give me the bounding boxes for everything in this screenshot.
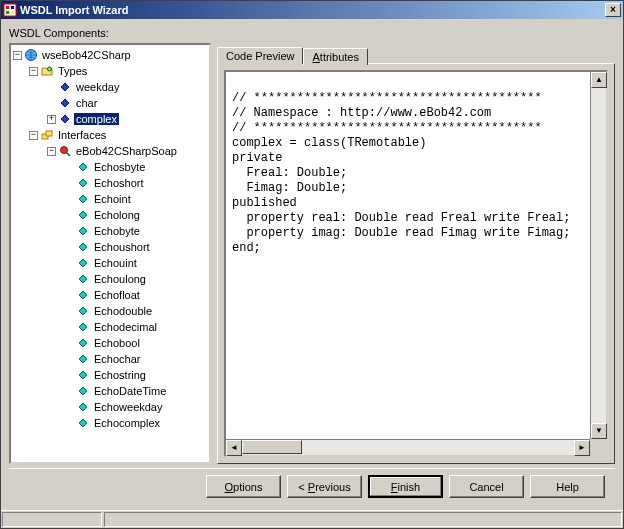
tree-method-Echoweekday[interactable]: Echoweekday xyxy=(11,399,209,415)
tree-label: EchoDateTime xyxy=(92,385,168,397)
diamond-teal-icon xyxy=(77,353,89,365)
tree-type-complex[interactable]: +complex xyxy=(11,111,209,127)
scroll-right-button[interactable]: ► xyxy=(574,440,590,456)
tree-method-Echolong[interactable]: Echolong xyxy=(11,207,209,223)
expand-toggle[interactable]: − xyxy=(29,131,38,140)
diamond-blue-icon xyxy=(59,97,71,109)
right-pane: Code Preview Attributes // *************… xyxy=(217,43,615,464)
cancel-button[interactable]: Cancel xyxy=(449,475,524,498)
tree-method-Echoushort[interactable]: Echoushort xyxy=(11,239,209,255)
button-bar: Options < Previous Finish Cancel Help xyxy=(9,468,615,508)
tree-type-char[interactable]: char xyxy=(11,95,209,111)
tree-label: weekday xyxy=(74,81,121,93)
tree-types[interactable]: −Types xyxy=(11,63,209,79)
expand-toggle[interactable]: − xyxy=(47,147,56,156)
svg-rect-1 xyxy=(6,6,9,9)
code-text[interactable]: // *************************************… xyxy=(226,72,606,455)
tree-label: Echochar xyxy=(92,353,142,365)
tree-label: Echosbyte xyxy=(92,161,147,173)
tree-method-Echodouble[interactable]: Echodouble xyxy=(11,303,209,319)
scroll-up-button[interactable]: ▲ xyxy=(591,72,607,88)
tree-interfaces[interactable]: −Interfaces xyxy=(11,127,209,143)
tree-method-Echobool[interactable]: Echobool xyxy=(11,335,209,351)
tree-label: Echolong xyxy=(92,209,142,221)
diamond-blue-icon xyxy=(59,81,71,93)
tree-label: Echobool xyxy=(92,337,142,349)
diamond-blue-icon xyxy=(59,113,71,125)
tree-method-Echosbyte[interactable]: Echosbyte xyxy=(11,159,209,175)
tree-interface-eBob42CSharpSoap[interactable]: −eBob42CSharpSoap xyxy=(11,143,209,159)
tree-label: Echoushort xyxy=(92,241,152,253)
tree-method-Echocomplex[interactable]: Echocomplex xyxy=(11,415,209,431)
svg-rect-4 xyxy=(11,11,14,14)
tree-method-Echobyte[interactable]: Echobyte xyxy=(11,223,209,239)
scroll-left-button[interactable]: ◄ xyxy=(226,440,242,456)
tree-label: Types xyxy=(56,65,89,77)
statusbar-pane-1 xyxy=(2,512,102,527)
tree-method-Echochar[interactable]: Echochar xyxy=(11,351,209,367)
titlebar[interactable]: WSDL Import Wizard × xyxy=(1,1,623,19)
tree-label: complex xyxy=(74,113,119,125)
tree-method-Echouint[interactable]: Echouint xyxy=(11,255,209,271)
scrollbar-track-h[interactable] xyxy=(242,440,574,455)
diamond-teal-icon xyxy=(77,369,89,381)
wsdl-components-tree[interactable]: −wseBob42CSharp−Typesweekdaychar+complex… xyxy=(9,43,211,464)
previous-button[interactable]: < Previous xyxy=(287,475,362,498)
svg-rect-3 xyxy=(6,11,9,14)
tree-method-Echoulong[interactable]: Echoulong xyxy=(11,271,209,287)
globe-icon xyxy=(25,49,37,61)
expand-toggle[interactable]: + xyxy=(47,115,56,124)
interfaces-icon xyxy=(41,129,53,141)
tree-method-Echoint[interactable]: Echoint xyxy=(11,191,209,207)
vertical-scrollbar[interactable]: ▲ ▼ xyxy=(590,72,606,439)
options-button[interactable]: Options xyxy=(206,475,281,498)
diamond-teal-icon xyxy=(77,257,89,269)
tree-label: Echodouble xyxy=(92,305,154,317)
tab-attributes[interactable]: Attributes xyxy=(303,48,367,65)
tabstrip: Code Preview Attributes xyxy=(217,43,615,63)
diamond-teal-icon xyxy=(77,177,89,189)
tree-label: Echodecimal xyxy=(92,321,159,333)
statusbar xyxy=(1,510,623,528)
tab-page: // *************************************… xyxy=(217,63,615,464)
tree-label: Echofloat xyxy=(92,289,142,301)
diamond-teal-icon xyxy=(77,417,89,429)
horizontal-scrollbar[interactable]: ◄ ► xyxy=(226,439,590,455)
scrollbar-thumb-h[interactable] xyxy=(242,440,302,454)
svg-rect-2 xyxy=(11,6,14,9)
diamond-teal-icon xyxy=(77,241,89,253)
tree-label: Interfaces xyxy=(56,129,108,141)
tree-label: Echoulong xyxy=(92,273,148,285)
diamond-teal-icon xyxy=(77,225,89,237)
diamond-teal-icon xyxy=(77,289,89,301)
diamond-teal-icon xyxy=(77,337,89,349)
finish-button[interactable]: Finish xyxy=(368,475,443,498)
window-title: WSDL Import Wizard xyxy=(20,4,605,16)
components-label: WSDL Components: xyxy=(9,27,615,39)
expand-toggle[interactable]: − xyxy=(29,67,38,76)
tree-label: Echoweekday xyxy=(92,401,165,413)
close-button[interactable]: × xyxy=(605,3,621,17)
diamond-teal-icon xyxy=(77,321,89,333)
tree-method-Echoshort[interactable]: Echoshort xyxy=(11,175,209,191)
pin-icon xyxy=(59,145,71,157)
tree-method-Echofloat[interactable]: Echofloat xyxy=(11,287,209,303)
code-preview-pane: // *************************************… xyxy=(224,70,608,457)
help-button[interactable]: Help xyxy=(530,475,605,498)
tree-method-EchoDateTime[interactable]: EchoDateTime xyxy=(11,383,209,399)
tree-method-Echostring[interactable]: Echostring xyxy=(11,367,209,383)
scroll-down-button[interactable]: ▼ xyxy=(591,423,607,439)
expand-toggle[interactable]: − xyxy=(13,51,22,60)
tree-method-Echodecimal[interactable]: Echodecimal xyxy=(11,319,209,335)
tab-code-preview[interactable]: Code Preview xyxy=(217,47,303,64)
scrollbar-track-v[interactable] xyxy=(591,88,606,423)
tree-label: Echoshort xyxy=(92,177,146,189)
diamond-teal-icon xyxy=(77,193,89,205)
client-area: WSDL Components: −wseBob42CSharp−Typeswe… xyxy=(1,19,623,528)
tree-type-weekday[interactable]: weekday xyxy=(11,79,209,95)
tree-label: Echocomplex xyxy=(92,417,162,429)
diamond-teal-icon xyxy=(77,385,89,397)
tree-label: Echoint xyxy=(92,193,133,205)
diamond-teal-icon xyxy=(77,209,89,221)
tree-root[interactable]: −wseBob42CSharp xyxy=(11,47,209,63)
